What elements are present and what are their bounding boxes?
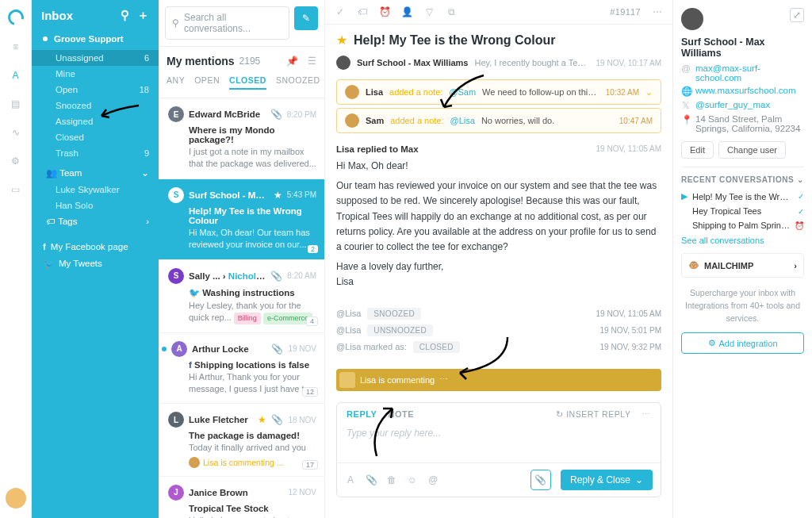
- note-item[interactable]: Lisa added a note: @Sam We need to follo…: [336, 79, 661, 105]
- insert-reply-button[interactable]: ↻INSERT REPLY: [556, 409, 631, 419]
- thread-panel: ✓ 🏷 ⏰ 👤 ▽ ⧉ #19117 ⋯ ★ Help! My Tee is t…: [325, 0, 673, 518]
- customer-avatar-icon: [336, 56, 350, 70]
- recent-section-head[interactable]: RECENT CONVERSATIONS ⌄: [681, 167, 804, 184]
- filter-closed[interactable]: CLOSED: [229, 75, 266, 90]
- team-icon: 👥: [46, 167, 57, 178]
- chevron-down-icon: ⌄: [645, 87, 653, 98]
- composer-input[interactable]: Type your reply here...: [337, 420, 661, 462]
- conversation-item[interactable]: EEdward McBride📎8:20 PMWhere is my Mondo…: [159, 98, 324, 179]
- search-input[interactable]: ⚲ Search all conversations...: [165, 6, 289, 40]
- conversation-item[interactable]: JJanice Brown12 NOVTropical Tee StockHel…: [159, 477, 324, 518]
- mention-icon[interactable]: @: [427, 474, 439, 485]
- change-user-button[interactable]: Change user: [718, 141, 786, 159]
- customer-twitter[interactable]: @surfer_guy_max: [695, 100, 770, 109]
- add-integration-button[interactable]: ⚙Add integration: [681, 332, 804, 354]
- folder-snoozed[interactable]: Snoozed: [32, 98, 159, 113]
- customer-web[interactable]: www.maxsurfschool.com: [695, 86, 796, 95]
- customer-address: 14 Sand Street, Palm Springs, California…: [695, 114, 804, 133]
- integration-promo: Supercharge your inbox with Integrations…: [681, 287, 804, 324]
- customer-email[interactable]: max@max-surf-school.com: [695, 63, 804, 82]
- event-item: @Lisa marked as:CLOSED19 Nov, 9:32 PM: [336, 341, 661, 353]
- library-icon[interactable]: ▤: [9, 97, 23, 111]
- filter-open[interactable]: OPEN: [194, 75, 220, 90]
- format-icon[interactable]: A: [345, 474, 356, 485]
- list-count: 2195: [239, 56, 261, 67]
- folder-trash[interactable]: Trash9: [32, 145, 159, 161]
- folder-open[interactable]: Open18: [32, 82, 159, 98]
- conversation-item[interactable]: SSurf School - Max Williams★5:43 PMHelp!…: [159, 179, 324, 260]
- emoji-icon[interactable]: ☺: [407, 474, 418, 485]
- filter-snoozed[interactable]: SNOOZED: [276, 75, 320, 90]
- folder-mine[interactable]: Mine: [32, 66, 159, 82]
- settings-icon: ⚙: [708, 338, 716, 348]
- chevron-down-icon: ⌄: [141, 167, 149, 178]
- compose-button[interactable]: ✎: [294, 6, 318, 30]
- reports-icon[interactable]: ∿: [9, 125, 23, 140]
- composer-more-icon[interactable]: ⋯: [642, 409, 651, 420]
- social-link[interactable]: 🐦My Tweets: [32, 255, 159, 272]
- attach-file-button[interactable]: 📎: [530, 470, 551, 490]
- star-icon[interactable]: ★: [336, 33, 347, 48]
- list-options-icon[interactable]: ☰: [308, 56, 316, 67]
- edit-button[interactable]: Edit: [681, 141, 714, 159]
- conversation-list: ⚲ Search all conversations... ✎ My menti…: [159, 0, 325, 518]
- chevron-right-icon: ›: [146, 217, 149, 226]
- user-avatar[interactable]: [6, 488, 26, 508]
- opener-summary[interactable]: Surf School - Max Williams Hey, I recent…: [336, 56, 661, 70]
- recent-conversation[interactable]: Shipping to Palm Springs⏰: [681, 218, 804, 232]
- sidebar-search-icon[interactable]: ⚲: [121, 8, 129, 23]
- filter-any[interactable]: ANY: [167, 75, 185, 90]
- integration-row[interactable]: 🐵MAILCHIMP ›: [681, 253, 804, 278]
- nav-rail: ≡ A ▤ ∿ ⚙ ▭: [0, 0, 32, 518]
- sidebar-add-icon[interactable]: ＋: [137, 8, 149, 23]
- trash-icon[interactable]: 🗑: [386, 474, 397, 485]
- mailbox-header[interactable]: Groove Support: [32, 31, 159, 47]
- typing-indicator: Lisa is commenting ⋯: [336, 369, 661, 391]
- chevron-down-icon: ⌄: [635, 474, 643, 485]
- note-tab[interactable]: NOTE: [388, 409, 414, 419]
- expand-icon[interactable]: ⤢: [790, 8, 804, 22]
- tags-header[interactable]: 🏷 Tags ›: [32, 213, 159, 229]
- chevron-down-icon: ⌄: [797, 175, 804, 184]
- note-item[interactable]: Sam added a note: @Lisa No worries, will…: [336, 108, 661, 133]
- snooze-icon[interactable]: ⏰: [379, 6, 390, 17]
- mailbox-dot-icon: [43, 36, 48, 41]
- folder-assigned[interactable]: Assigned: [32, 113, 159, 129]
- twitter-icon: 𝕏: [681, 100, 691, 111]
- filter-icon[interactable]: ▽: [423, 6, 435, 17]
- team-member[interactable]: Luke Skywalker: [32, 182, 159, 198]
- attach-icon[interactable]: 📎: [366, 474, 377, 485]
- composer: REPLY NOTE ↻INSERT REPLY ⋯ Type your rep…: [336, 402, 661, 497]
- send-button[interactable]: Reply & Close⌄: [561, 470, 653, 490]
- ticket-id: #19117: [610, 7, 641, 17]
- see-all-link[interactable]: See all conversations: [681, 236, 804, 245]
- more-icon[interactable]: ⋯: [652, 6, 663, 17]
- sidebar: Inbox ⚲ ＋ Groove Support Unassigned6Mine…: [32, 0, 159, 518]
- typing-avatar-icon: [339, 372, 355, 388]
- menu-icon[interactable]: ≡: [9, 40, 23, 54]
- reply-message: Lisa replied to Max 19 Nov, 11:05 AM Hi …: [336, 144, 661, 295]
- folder-unassigned[interactable]: Unassigned6: [32, 50, 159, 66]
- team-header[interactable]: 👥 Team ⌄: [32, 164, 159, 182]
- thread-title: Help! My Tee is the Wrong Colour: [354, 33, 556, 48]
- at-icon: @: [681, 63, 691, 73]
- team-member[interactable]: Han Solo: [32, 198, 159, 213]
- pin-icon[interactable]: 📌: [286, 56, 298, 67]
- thread-toolbar: ✓ 🏷 ⏰ 👤 ▽ ⧉ #19117 ⋯: [325, 0, 672, 25]
- check-icon[interactable]: ✓: [335, 6, 346, 17]
- settings-icon[interactable]: ⚙: [9, 154, 23, 168]
- recent-conversation[interactable]: ▶Help! My Tee is the Wron...✓: [681, 189, 804, 204]
- event-item: @LisaSNOOZED19 Nov, 11:05 AM: [336, 308, 661, 320]
- recent-conversation[interactable]: Hey Tropical Tees✓: [681, 204, 804, 218]
- inbox-icon[interactable]: A: [9, 68, 23, 82]
- docs-icon[interactable]: ▭: [9, 182, 23, 197]
- merge-icon[interactable]: ⧉: [446, 6, 457, 17]
- assign-icon[interactable]: 👤: [401, 6, 412, 17]
- conversation-item[interactable]: LLuke Fletcher★📎18 NOVThe package is dam…: [159, 404, 324, 476]
- reply-tab[interactable]: REPLY: [347, 409, 377, 419]
- tag-icon[interactable]: 🏷: [357, 6, 368, 17]
- social-link[interactable]: fMy Facebook page: [32, 239, 159, 255]
- conversation-item[interactable]: SSally ... › Nicholas Mccreath📎8:20 AM🐦 …: [159, 260, 324, 333]
- folder-closed[interactable]: Closed: [32, 129, 159, 145]
- conversation-item[interactable]: AArthur Locke📎19 NOVf Shipping locations…: [159, 333, 324, 405]
